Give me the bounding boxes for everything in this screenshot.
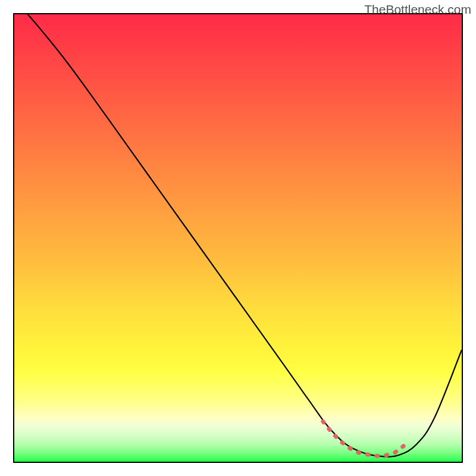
curve-svg bbox=[14, 14, 462, 462]
watermark-text: TheBottleneck.com bbox=[364, 2, 471, 17]
plot-area bbox=[13, 13, 463, 463]
highlight-segment bbox=[323, 421, 403, 456]
chart-container: TheBottleneck.com bbox=[0, 0, 476, 476]
main-curve bbox=[28, 14, 462, 457]
